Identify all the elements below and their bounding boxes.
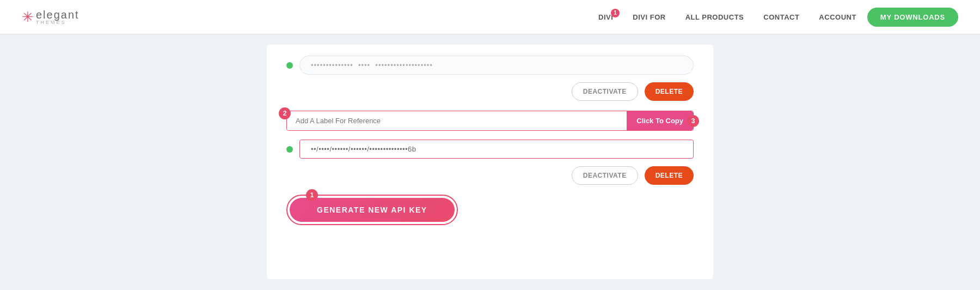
nav-item-all-products[interactable]: ALL PRODUCTS: [685, 13, 744, 21]
action-row-1: DEACTIVATE DELETE: [286, 82, 694, 101]
delete-button-1[interactable]: DELETE: [645, 82, 694, 101]
api-key-input-1[interactable]: [299, 56, 694, 75]
label-input[interactable]: [287, 111, 627, 130]
generate-api-key-button[interactable]: GENERATE NEW API KEY: [290, 198, 455, 222]
delete-button-2[interactable]: DELETE: [645, 166, 694, 185]
label-copy-row: Click To Copy 3: [286, 111, 694, 131]
generate-section: 1 GENERATE NEW API KEY: [286, 195, 694, 225]
label-section: 2 Click To Copy 3: [286, 111, 694, 131]
main-content: DEACTIVATE DELETE 2 Click To Copy 3 DEAC…: [0, 34, 980, 290]
api-key-input-2[interactable]: [299, 140, 694, 159]
api-keys-card: DEACTIVATE DELETE 2 Click To Copy 3 DEAC…: [267, 45, 713, 279]
logo: ✳ elegant themes: [22, 9, 79, 26]
deactivate-button-2[interactable]: DEACTIVATE: [572, 166, 638, 185]
click-to-copy-button[interactable]: Click To Copy: [627, 111, 693, 130]
api-key-row-2: [286, 140, 694, 159]
nav-item-divi-for[interactable]: DIVI FOR: [633, 13, 665, 21]
nav-item-account[interactable]: ACCOUNT: [819, 13, 856, 21]
logo-text: elegant themes: [36, 9, 79, 25]
step-1-badge: 1: [306, 189, 318, 201]
step-3-badge: 3: [687, 115, 699, 127]
nav-item-divi[interactable]: DIVI 1: [598, 13, 613, 21]
my-downloads-button[interactable]: MY DOWNLOADS: [867, 8, 958, 27]
step-2-badge: 2: [279, 107, 291, 119]
main-nav: DIVI 1 DIVI FOR ALL PRODUCTS CONTACT ACC…: [598, 13, 856, 21]
api-key-row-1: [286, 56, 694, 75]
nav-item-contact[interactable]: CONTACT: [763, 13, 799, 21]
action-row-2: DEACTIVATE DELETE: [286, 166, 694, 185]
divi-badge: 1: [611, 9, 620, 17]
logo-icon: ✳: [22, 9, 34, 26]
status-dot-1: [286, 62, 293, 69]
header: ✳ elegant themes DIVI 1 DIVI FOR ALL PRO…: [0, 0, 980, 34]
deactivate-button-1[interactable]: DEACTIVATE: [572, 82, 638, 101]
status-dot-2: [286, 146, 293, 153]
